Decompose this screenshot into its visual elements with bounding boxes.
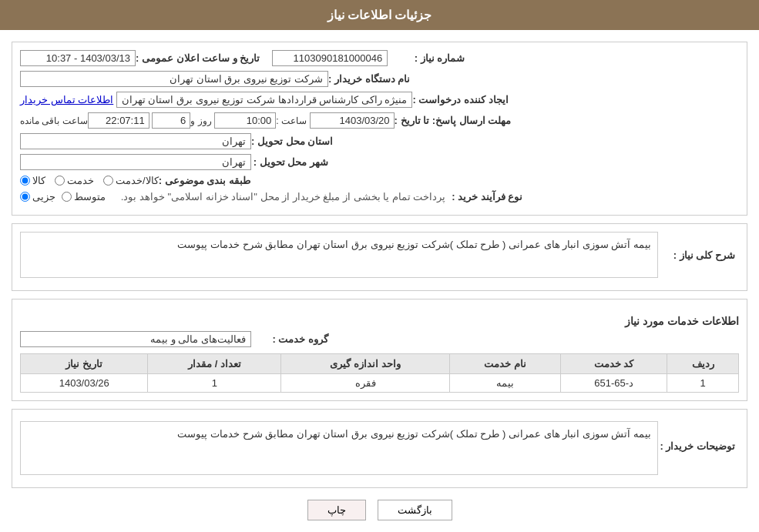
city-value: تهران — [20, 154, 251, 170]
requester-label: ایجاد کننده درخواست : — [412, 94, 508, 105]
buyer-org-row: نام دستگاه خریدار : شرکت توزیع نیروی برق… — [20, 71, 739, 87]
proc-note: پرداخت تمام یا بخشی از مبلغ خریدار از مح… — [121, 191, 446, 202]
deadline-days-label: روز و — [190, 115, 211, 126]
proc-small-label: جزیی — [32, 191, 55, 202]
need-number-value: 1103090181000046 — [272, 50, 388, 66]
proc-type-label: نوع فرآیند خرید : — [445, 191, 522, 202]
announce-label: تاریخ و ساعت اعلان عمومی : — [136, 52, 260, 64]
need-number-row: شماره نیاز : 1103090181000046 تاریخ و سا… — [20, 50, 739, 66]
proc-small-radio[interactable] — [20, 192, 30, 202]
proc-option-medium[interactable]: متوسط — [62, 191, 106, 202]
page-header: جزئیات اطلاعات نیاز — [0, 0, 759, 30]
category-option-goods[interactable]: کالا — [20, 175, 45, 186]
category-both-radio[interactable] — [103, 176, 113, 186]
need-number-label: شماره نیاز : — [388, 52, 465, 64]
services-table: ردیف کد خدمت نام خدمت واحد اندازه گیری ت… — [20, 353, 739, 393]
province-row: استان محل تحویل : تهران — [20, 133, 739, 149]
buyer-org-value: شرکت توزیع نیروی برق استان تهران — [20, 71, 328, 87]
cell-row-num: 1 — [667, 374, 739, 393]
province-label: استان محل تحویل : — [251, 136, 333, 147]
service-group-row: گروه خدمت : فعالیت‌های مالی و بیمه — [20, 331, 739, 347]
deadline-label: مهلت ارسال پاسخ: تا تاریخ : — [395, 115, 512, 126]
category-service-radio[interactable] — [55, 176, 65, 186]
deadline-time-label: ساعت : — [276, 115, 307, 126]
proc-medium-label: متوسط — [74, 191, 106, 202]
requester-row: ایجاد کننده درخواست : منیژه راکی کارشناس… — [20, 92, 739, 108]
deadline-remaining-label: ساعت باقی مانده — [20, 115, 88, 126]
page-title: جزئیات اطلاعات نیاز — [327, 8, 432, 22]
announce-value: 1403/03/13 - 10:37 — [20, 50, 136, 66]
contact-link[interactable]: اطلاعات تماس خریدار — [20, 94, 113, 105]
category-both-label: کالا/خدمت — [116, 175, 159, 186]
col-service-code: کد خدمت — [560, 354, 667, 374]
print-button[interactable]: چاپ — [307, 500, 366, 520]
category-service-label: خدمت — [67, 175, 94, 186]
cell-service-code: د-65-651 — [560, 374, 667, 393]
description-content: بیمه آتش سوزی انبار های عمرانی ( طرح تمل… — [20, 232, 658, 278]
description-row: شرح کلی نیاز : بیمه آتش سوزی انبار های ع… — [20, 232, 739, 278]
button-row: بازگشت چاپ — [12, 500, 747, 520]
deadline-days: 6 — [152, 112, 190, 129]
services-section: اطلاعات خدمات مورد نیاز گروه خدمت : فعال… — [12, 299, 747, 401]
deadline-time: 10:00 — [214, 112, 276, 129]
cell-service-name: بیمه — [449, 374, 560, 393]
buyer-org-label: نام دستگاه خریدار : — [328, 73, 410, 85]
deadline-date: 1403/03/20 — [310, 112, 395, 129]
category-option-both[interactable]: کالا/خدمت — [103, 175, 159, 186]
category-label: طبقه بندی موضوعی : — [159, 175, 250, 186]
col-service-name: نام خدمت — [449, 354, 560, 374]
service-group-value: فعالیت‌های مالی و بیمه — [20, 331, 251, 347]
cell-unit: فقره — [281, 374, 449, 393]
col-unit: واحد اندازه گیری — [281, 354, 449, 374]
buyer-notes-row: توضیحات خریدار : بیمه آتش سوزی انبار های… — [20, 417, 739, 475]
col-row-num: ردیف — [667, 354, 739, 374]
category-goods-radio[interactable] — [20, 176, 30, 186]
proc-medium-radio[interactable] — [62, 192, 72, 202]
services-title: اطلاعات خدمات مورد نیاز — [20, 315, 739, 327]
proc-options-group: پرداخت تمام یا بخشی از مبلغ خریدار از مح… — [20, 191, 445, 202]
col-need-date: تاریخ نیاز — [21, 354, 148, 374]
proc-option-small[interactable]: جزیی — [20, 191, 55, 202]
city-label: شهر محل تحویل : — [251, 156, 328, 168]
deadline-row: مهلت ارسال پاسخ: تا تاریخ : 1403/03/20 س… — [20, 112, 739, 129]
description-title: شرح کلی نیاز : — [658, 249, 735, 261]
cell-quantity: 1 — [148, 374, 281, 393]
category-option-service[interactable]: خدمت — [55, 175, 94, 186]
proc-type-row: نوع فرآیند خرید : پرداخت تمام یا بخشی از… — [20, 191, 739, 202]
category-row: طبقه بندی موضوعی : کالا/خدمت خدمت کالا — [20, 175, 739, 186]
requester-value: منیژه راکی کارشناس قراردادها شرکت توزیع … — [116, 92, 413, 108]
category-radio-group: کالا/خدمت خدمت کالا — [20, 175, 159, 186]
category-goods-label: کالا — [32, 175, 45, 186]
province-value: تهران — [20, 133, 251, 149]
buyer-notes-content: بیمه آتش سوزی انبار های عمرانی ( طرح تمل… — [20, 421, 658, 475]
cell-need-date: 1403/03/26 — [21, 374, 148, 393]
city-row: شهر محل تحویل : تهران — [20, 154, 739, 170]
col-quantity: تعداد / مقدار — [148, 354, 281, 374]
table-header-row: ردیف کد خدمت نام خدمت واحد اندازه گیری ت… — [21, 354, 739, 374]
table-row: 1 د-65-651 بیمه فقره 1 1403/03/26 — [21, 374, 739, 393]
service-group-label: گروه خدمت : — [251, 333, 328, 345]
need-info-section: شماره نیاز : 1103090181000046 تاریخ و سا… — [12, 42, 747, 216]
buyer-notes-title: توضیحات خریدار : — [658, 440, 735, 452]
buyer-notes-section: توضیحات خریدار : بیمه آتش سوزی انبار های… — [12, 409, 747, 488]
back-button[interactable]: بازگشت — [378, 500, 452, 520]
description-section: شرح کلی نیاز : بیمه آتش سوزی انبار های ع… — [12, 223, 747, 291]
deadline-remaining: 22:07:11 — [88, 112, 149, 129]
